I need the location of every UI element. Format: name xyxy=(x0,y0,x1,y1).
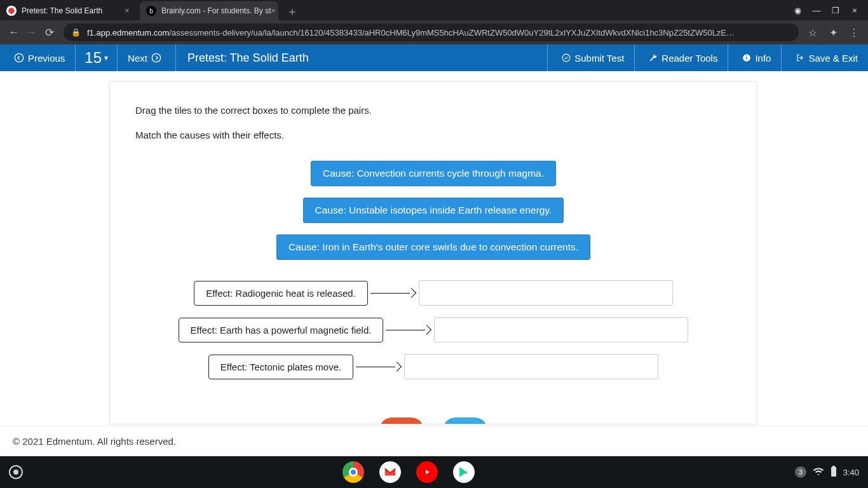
instruction-line-2: Match the causes with their effects. xyxy=(135,130,731,140)
url-host: f1.app.edmentum.com xyxy=(87,28,169,37)
match-row: Effect: Tectonic plates move. xyxy=(208,354,658,379)
match-row: Effect: Earth has a powerful magnetic fi… xyxy=(179,317,689,342)
svg-rect-6 xyxy=(832,466,835,467)
draggable-tiles-container: Cause: Convection currents cycle through… xyxy=(135,161,731,260)
address-bar[interactable]: 🔒 f1.app.edmentum.com/assessments-delive… xyxy=(64,24,799,41)
cause-tile[interactable]: Cause: Iron in Earth's outer core swirls… xyxy=(276,234,590,260)
browser-toolbar: ← → ⟳ 🔒 f1.app.edmentum.com/assessments-… xyxy=(0,20,868,44)
previous-button[interactable]: Previous xyxy=(0,44,76,71)
new-tab-button[interactable]: ＋ xyxy=(283,3,301,20)
favicon-edmentum xyxy=(6,6,17,16)
previous-label: Previous xyxy=(28,53,65,64)
svg-point-0 xyxy=(15,53,23,62)
effect-label: Effect: Earth has a powerful magnetic fi… xyxy=(179,318,384,342)
info-icon: i xyxy=(742,53,751,62)
system-tray[interactable]: 3 3:40 xyxy=(795,466,859,479)
svg-point-1 xyxy=(152,53,160,62)
next-button[interactable]: Next xyxy=(118,44,176,71)
stop-casting-icon[interactable]: ◉ xyxy=(788,6,807,15)
wifi-icon xyxy=(813,466,824,479)
info-button[interactable]: i Info xyxy=(728,44,781,71)
reset-button[interactable] xyxy=(379,417,424,424)
arrow-right-icon xyxy=(386,329,431,330)
drop-target[interactable] xyxy=(404,354,658,379)
save-exit-label: Save & Exit xyxy=(808,53,858,64)
drop-target[interactable] xyxy=(434,317,688,342)
extensions-icon[interactable]: ✦ xyxy=(825,27,843,39)
reload-button[interactable]: ⟳ xyxy=(41,26,58,39)
reader-tools-label: Reader Tools xyxy=(661,53,717,64)
svg-rect-5 xyxy=(831,467,836,477)
svg-text:i: i xyxy=(746,55,747,61)
svg-point-2 xyxy=(562,54,570,62)
close-window-icon[interactable]: × xyxy=(845,6,864,15)
cause-tile[interactable]: Cause: Unstable isotopes inside Earth re… xyxy=(303,198,564,223)
footer: © 2021 Edmentum. All rights reserved. xyxy=(0,426,868,456)
check-circle-icon xyxy=(562,53,571,62)
browser-tab-strip: Pretest: The Solid Earth × b Brainly.com… xyxy=(0,0,868,20)
instruction-line-1: Drag the tiles to the correct boxes to c… xyxy=(135,105,731,116)
exit-icon xyxy=(796,53,804,62)
play-store-app-icon[interactable] xyxy=(453,461,475,483)
next-q-button[interactable] xyxy=(443,417,487,424)
chevron-down-icon: ▾ xyxy=(104,53,108,62)
clock: 3:40 xyxy=(843,468,859,477)
question-stage: Drag the tiles to the correct boxes to c… xyxy=(0,71,868,426)
close-icon[interactable]: × xyxy=(271,6,276,16)
lock-icon: 🔒 xyxy=(71,28,81,37)
match-row: Effect: Radiogenic heat is released. xyxy=(194,280,673,306)
close-icon[interactable]: × xyxy=(122,6,132,16)
forward-button[interactable]: → xyxy=(23,26,41,39)
next-label: Next xyxy=(128,53,147,64)
gmail-app-icon[interactable] xyxy=(379,461,401,483)
shelf-apps xyxy=(342,461,475,483)
save-exit-button[interactable]: Save & Exit xyxy=(781,44,868,71)
submit-label: Submit Test xyxy=(574,53,624,64)
minimize-icon[interactable]: — xyxy=(807,6,826,15)
arrow-right-circle-icon xyxy=(151,53,161,63)
browser-tab-active[interactable]: Pretest: The Solid Earth × xyxy=(0,1,139,20)
notification-badge: 3 xyxy=(795,466,806,478)
kebab-menu-icon[interactable]: ⋮ xyxy=(845,27,863,39)
url-path: /assessments-delivery/ua/la/launch/16120… xyxy=(169,28,735,37)
match-pairs-container: Effect: Radiogenic heat is released. Eff… xyxy=(135,280,731,379)
favicon-brainly: b xyxy=(146,6,156,16)
cause-tile[interactable]: Cause: Convection currents cycle through… xyxy=(311,161,556,186)
question-card: Drag the tiles to the correct boxes to c… xyxy=(109,81,757,424)
bookmark-star-icon[interactable]: ☆ xyxy=(804,27,822,39)
drop-target[interactable] xyxy=(419,280,673,306)
launcher-icon[interactable] xyxy=(9,465,23,479)
question-number-dropdown[interactable]: 15 ▾ xyxy=(76,44,118,71)
arrow-right-icon xyxy=(370,292,416,294)
arrow-right-icon xyxy=(356,366,402,367)
info-label: Info xyxy=(755,53,771,64)
question-number: 15 xyxy=(85,49,102,67)
wrench-icon xyxy=(649,53,658,62)
tab-title: Brainly.com - For students. By st xyxy=(161,6,271,15)
window-controls: ◉ — ❐ × xyxy=(788,0,868,20)
os-shelf: 3 3:40 xyxy=(0,456,868,488)
effect-label: Effect: Radiogenic heat is released. xyxy=(194,281,368,306)
youtube-app-icon[interactable] xyxy=(416,461,438,483)
reader-tools-button[interactable]: Reader Tools xyxy=(634,44,728,71)
tab-title: Pretest: The Solid Earth xyxy=(22,6,122,15)
copyright-text: © 2021 Edmentum. All rights reserved. xyxy=(13,436,176,447)
card-bottom-buttons xyxy=(110,417,757,424)
submit-test-button[interactable]: Submit Test xyxy=(547,44,634,71)
maximize-icon[interactable]: ❐ xyxy=(826,6,845,15)
page-title: Pretest: The Solid Earth xyxy=(176,44,547,71)
assessment-nav-bar: Previous 15 ▾ Next Pretest: The Solid Ea… xyxy=(0,44,868,71)
effect-label: Effect: Tectonic plates move. xyxy=(208,355,353,379)
arrow-left-circle-icon xyxy=(14,53,24,63)
back-button[interactable]: ← xyxy=(5,26,23,39)
browser-tab[interactable]: b Brainly.com - For students. By st × xyxy=(140,1,278,20)
battery-icon xyxy=(831,466,837,479)
instructions: Drag the tiles to the correct boxes to c… xyxy=(135,105,731,140)
chrome-app-icon[interactable] xyxy=(342,461,364,483)
